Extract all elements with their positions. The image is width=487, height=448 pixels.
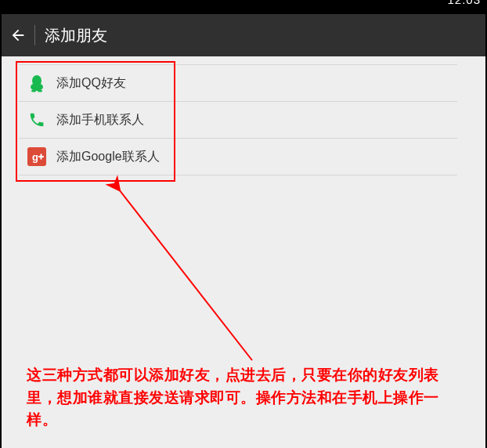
- add-friend-options: 添加QQ好友 添加手机联系人 g: [19, 64, 457, 175]
- annotation-text: 这三种方式都可以添加好友，点进去后，只要在你的好友列表里，想加谁就直接发送请求即…: [27, 364, 457, 432]
- back-arrow-icon: [9, 27, 27, 44]
- qq-icon: [27, 73, 47, 93]
- option-add-google-contact[interactable]: g 添加Google联系人: [19, 139, 457, 175]
- app-header: 添加朋友: [2, 14, 485, 56]
- option-label: 添加手机联系人: [56, 112, 144, 128]
- page-title: 添加朋友: [45, 25, 107, 46]
- option-add-qq-friend[interactable]: 添加QQ好友: [19, 65, 457, 102]
- option-label: 添加QQ好友: [56, 75, 126, 92]
- svg-point-3: [38, 89, 42, 92]
- back-button[interactable]: [2, 14, 34, 56]
- option-label: 添加Google联系人: [56, 149, 160, 165]
- screen: 12.03 添加朋友 添加QQ好友: [0, 0, 487, 448]
- clock: 12.03: [447, 0, 481, 6]
- svg-text:g: g: [32, 151, 38, 163]
- svg-point-1: [31, 83, 43, 91]
- phone-icon: [27, 110, 47, 130]
- svg-rect-7: [41, 154, 42, 160]
- svg-point-2: [31, 89, 36, 92]
- status-bar: 12.03: [2, 0, 485, 14]
- google-plus-icon: g: [27, 146, 47, 167]
- header-divider: [34, 25, 35, 45]
- option-add-phone-contact[interactable]: 添加手机联系人: [19, 102, 457, 139]
- svg-line-8: [119, 190, 252, 360]
